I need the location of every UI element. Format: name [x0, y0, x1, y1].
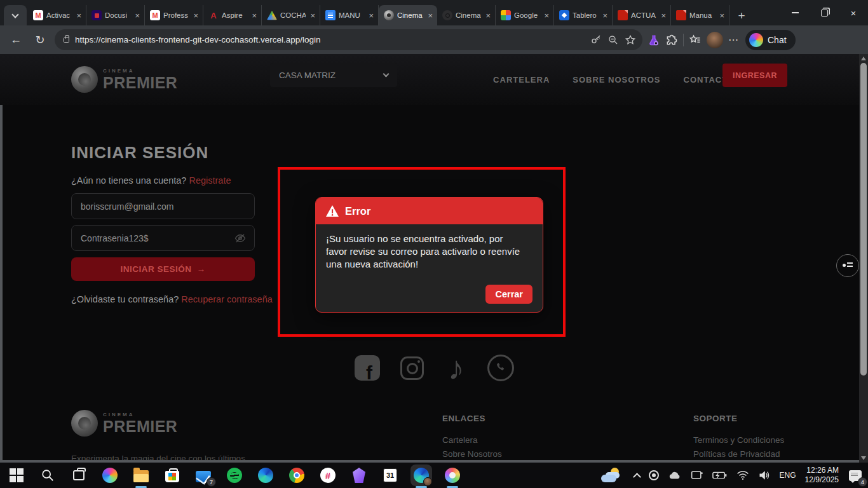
file-explorer-icon[interactable] — [133, 467, 149, 484]
floating-tool-button[interactable] — [836, 254, 859, 277]
favorites-bar-icon[interactable] — [689, 34, 702, 46]
extensions-icon[interactable] — [665, 34, 678, 46]
email-field[interactable] — [71, 193, 255, 219]
minimize-button[interactable] — [780, 0, 810, 25]
window-left-edge — [0, 54, 3, 463]
battery-icon[interactable] — [712, 471, 728, 480]
tab-cinema-2[interactable]: Cinema× — [437, 5, 496, 25]
nav-sobre-nosotros[interactable]: SOBRE NOSOTROS — [573, 75, 660, 85]
profile-avatar[interactable] — [707, 32, 723, 48]
clock[interactable]: 12:26 AM 12/9/2025 — [805, 466, 839, 485]
close-icon[interactable]: × — [192, 11, 200, 20]
forgot-link[interactable]: Recuperar contraseña — [181, 294, 272, 304]
close-icon[interactable]: × — [133, 11, 141, 20]
beaker-extension-icon[interactable] — [648, 34, 660, 46]
password-key-icon[interactable] — [590, 34, 602, 46]
record-icon[interactable] — [649, 470, 659, 480]
tab-aspire[interactable]: Aspire× — [203, 5, 262, 25]
wifi-icon[interactable] — [736, 470, 749, 480]
register-link[interactable]: Registrate — [189, 175, 231, 186]
footer-link-terminos[interactable]: Terminos y Condiciones — [693, 435, 784, 445]
tab-profess[interactable]: Profess× — [145, 5, 203, 25]
edge-dev-icon[interactable] — [257, 467, 274, 484]
settings-more-icon[interactable]: ⋯ — [728, 34, 739, 46]
tab-manua[interactable]: Manua× — [671, 5, 729, 25]
close-icon[interactable]: × — [75, 11, 83, 20]
login-submit-button[interactable]: INICIAR SESIÓN → — [71, 257, 255, 281]
ingresar-button[interactable]: INGRESAR — [722, 64, 787, 87]
close-icon[interactable]: × — [660, 11, 667, 20]
tab-cocha[interactable]: COCHA× — [262, 5, 320, 25]
calendar-icon[interactable]: 31 — [382, 467, 398, 484]
close-icon[interactable]: × — [484, 11, 492, 20]
paint-icon[interactable] — [444, 467, 461, 484]
tab-search-button[interactable] — [4, 5, 27, 25]
whatsapp-icon[interactable] — [487, 354, 515, 382]
cinema-premier-logo-icon — [71, 410, 98, 437]
scroll-down-arrow-icon[interactable] — [861, 456, 866, 460]
tab-manu[interactable]: MANU× — [320, 5, 379, 25]
url-text[interactable]: https://cinema-clients-frontend-git-dev-… — [75, 35, 585, 44]
tab-docusign[interactable]: Docusi× — [86, 5, 145, 25]
toggle-password-visibility-icon[interactable] — [234, 233, 246, 244]
edge-active-icon[interactable] — [413, 467, 430, 484]
facebook-icon[interactable]: f — [353, 354, 381, 382]
close-icon[interactable]: × — [309, 11, 316, 20]
footer-logo[interactable]: CINEMA PREMIER — [71, 410, 177, 437]
footer-link-privacidad[interactable]: Políticas de Privacidad — [693, 449, 784, 459]
scroll-up-arrow-icon[interactable] — [861, 57, 866, 60]
password-field[interactable] — [71, 225, 255, 251]
cerrar-button[interactable]: Cerrar — [485, 285, 532, 304]
weather-icon[interactable] — [601, 468, 620, 483]
favorite-star-icon[interactable] — [625, 34, 636, 46]
refresh-button[interactable]: ↻ — [31, 30, 50, 50]
tab-actua[interactable]: ACTUA× — [613, 5, 671, 25]
copilot-chat-button[interactable]: Chat — [745, 30, 796, 50]
tab-tablero[interactable]: Tablero× — [554, 5, 613, 25]
tab-activac[interactable]: Activac× — [28, 5, 86, 25]
start-button[interactable] — [8, 467, 25, 484]
spotify-icon[interactable] — [226, 467, 243, 484]
close-icon[interactable]: × — [718, 11, 726, 20]
back-button[interactable]: ← — [6, 30, 25, 50]
nav-cartelera[interactable]: CARTELERA — [493, 75, 550, 85]
close-icon[interactable]: × — [601, 11, 609, 20]
instagram-icon[interactable] — [398, 354, 426, 382]
close-icon[interactable]: × — [367, 11, 375, 20]
tray-chevron-up-icon[interactable] — [633, 473, 641, 481]
address-bar[interactable]: https://cinema-clients-frontend-git-dev-… — [55, 29, 642, 50]
chrome-icon[interactable] — [288, 467, 305, 484]
tab-google[interactable]: Google× — [496, 5, 554, 25]
close-window-button[interactable]: × — [839, 0, 868, 25]
slack-icon[interactable]: # — [320, 467, 336, 484]
error-modal-header: Error — [316, 198, 543, 224]
copilot-taskbar-icon[interactable] — [102, 467, 118, 484]
scrollbar-thumb[interactable] — [860, 63, 867, 376]
footer-link-sobre-nosotros[interactable]: Sobre Nosotros — [442, 449, 502, 459]
site-logo[interactable]: CINEMA PREMIER — [71, 66, 177, 93]
obsidian-icon[interactable] — [351, 467, 367, 484]
task-view-icon[interactable] — [71, 467, 87, 484]
microsoft-store-icon[interactable] — [164, 467, 180, 484]
screen-cast-icon[interactable] — [691, 470, 703, 481]
window-controls: × — [780, 0, 868, 25]
close-icon[interactable]: × — [543, 11, 550, 20]
new-tab-button[interactable]: + — [732, 6, 751, 25]
notification-center-icon[interactable]: 4 — [848, 467, 863, 484]
footer-link-cartelera[interactable]: Cartelera — [442, 435, 502, 445]
close-icon[interactable]: × — [250, 11, 258, 20]
close-icon[interactable]: × — [426, 11, 434, 20]
mail-icon[interactable]: 7 — [195, 467, 212, 484]
tiktok-icon[interactable]: ♪ — [442, 354, 470, 382]
zoom-out-icon[interactable] — [607, 34, 619, 46]
restore-button[interactable] — [810, 0, 839, 25]
volume-icon[interactable] — [758, 470, 771, 480]
search-icon[interactable] — [39, 467, 56, 484]
page-scrollbar[interactable] — [859, 54, 868, 463]
taskbar: 7 # 31 ENG 12:26 AM 12/9/2025 4 — [0, 463, 868, 488]
pdf-icon — [618, 10, 628, 20]
tab-cinema-active[interactable]: Cinema× — [379, 5, 437, 25]
branch-select[interactable]: CASA MATRIZ — [270, 63, 397, 87]
onedrive-icon[interactable] — [668, 470, 682, 480]
language-indicator[interactable]: ENG — [780, 471, 796, 480]
